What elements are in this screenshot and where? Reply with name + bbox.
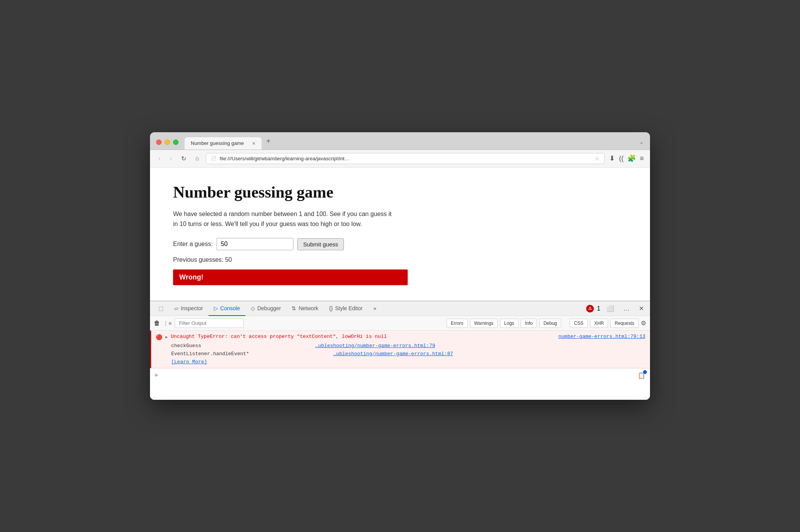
error-location-link[interactable]: number-game-errors.html:79:13 <box>558 334 645 339</box>
warnings-filter-button[interactable]: Warnings <box>470 319 498 328</box>
devtools-right-actions: ⚠ 1 ⬜ … ✕ <box>586 303 647 314</box>
devtools-tab-more[interactable]: » <box>368 301 382 316</box>
style-editor-label: Style Editor <box>335 305 363 311</box>
errors-filter-button[interactable]: Errors <box>447 319 468 328</box>
console-toolbar: 🗑 ⋮≡ Errors Warnings Logs Info Debug CSS… <box>150 316 650 331</box>
nav-right-actions: ⬇ (( 🧩 ≡ <box>609 154 644 163</box>
error-header: 🔴 ▶ Uncaught TypeError: can't access pro… <box>156 334 645 341</box>
stack-func-0: checkGuess <box>171 343 201 349</box>
guess-label: Enter a guess: <box>173 241 213 248</box>
devtools-close-button[interactable]: ✕ <box>636 303 647 314</box>
inspector-label: Inspector <box>181 305 203 311</box>
new-tab-button[interactable]: + <box>265 137 271 150</box>
network-icon: ⇅ <box>292 305 296 311</box>
console-sidebar-toggle[interactable]: 📋 <box>638 372 645 379</box>
page-content: Number guessing game We have selected a … <box>150 168 650 301</box>
refresh-button[interactable]: ↻ <box>179 153 188 164</box>
tab-title: Number guessing game <box>191 140 244 146</box>
console-badge <box>643 370 647 374</box>
devtools-more-button[interactable]: … <box>620 304 633 314</box>
guess-form: Enter a guess: Submit guess <box>173 238 627 250</box>
responsive-design-button[interactable]: ⬜ <box>603 303 617 314</box>
wrong-banner: Wrong! <box>173 269 408 285</box>
devtools-tab-style-editor[interactable]: {} Style Editor <box>324 301 368 316</box>
filter-input[interactable] <box>175 318 244 328</box>
error-message-text: Uncaught TypeError: can't access propert… <box>171 334 555 339</box>
console-label: Console <box>220 305 240 311</box>
xhr-filter-button[interactable]: XHR <box>590 319 608 328</box>
console-filter-buttons: Errors Warnings Logs Info Debug CSS XHR … <box>447 319 646 328</box>
devtools-tab-console[interactable]: ▷ Console <box>208 301 245 316</box>
logs-filter-button[interactable]: Logs <box>500 319 518 328</box>
settings-gear-icon[interactable]: ⚙ <box>641 319 646 327</box>
console-output: 🔴 ▶ Uncaught TypeError: can't access pro… <box>150 331 650 400</box>
debugger-icon: ◇ <box>251 305 255 311</box>
title-bar: Number guessing game × + ⌄ <box>150 132 650 150</box>
console-error-entry: 🔴 ▶ Uncaught TypeError: can't access pro… <box>150 331 650 368</box>
game-description: We have selected a random number between… <box>173 209 396 229</box>
page-title: Number guessing game <box>173 183 627 201</box>
stack-func-1: EventListener.handleEvent* <box>171 351 249 357</box>
tab-close-button[interactable]: × <box>252 140 255 146</box>
close-traffic-light[interactable] <box>156 140 162 145</box>
requests-filter-button[interactable]: Requests <box>610 319 638 328</box>
devtools-panel: ⬚ ▱ Inspector ▷ Console ◇ Debugger ⇅ Net… <box>150 301 650 400</box>
expand-arrow-icon[interactable]: ▶ <box>165 335 168 339</box>
selector-icon: ⬚ <box>158 305 163 311</box>
learn-more-link[interactable]: [Learn More] <box>171 359 645 365</box>
devtools-tab-network[interactable]: ⇅ Network <box>286 301 323 316</box>
stack-frame-1: EventListener.handleEvent* …ubleshooting… <box>171 350 645 358</box>
console-input-row: » 📋 <box>150 368 650 382</box>
submit-guess-button[interactable]: Submit guess <box>297 238 344 250</box>
traffic-lights <box>156 140 178 150</box>
address-lock-icon: 📄 <box>211 156 217 161</box>
stack-location-0[interactable]: …ubleshooting/number-game-errors.html:79 <box>315 343 435 349</box>
console-prompt-icon: » <box>155 372 158 378</box>
error-stack-trace: checkGuess …ubleshooting/number-game-err… <box>171 342 645 358</box>
rss-icon[interactable]: (( <box>619 155 623 163</box>
devtools-tab-inspector[interactable]: ▱ Inspector <box>169 301 208 316</box>
info-filter-button[interactable]: Info <box>521 319 537 328</box>
bookmark-icon[interactable]: ☆ <box>595 156 600 161</box>
network-label: Network <box>298 305 318 311</box>
tab-dropdown-button[interactable]: ⌄ <box>639 139 644 150</box>
nav-bar: ‹ › ↻ ⌂ 📄 file:///Users/will/git/wbamber… <box>150 150 650 168</box>
address-text: file:///Users/will/git/wbamberg/learning… <box>220 156 592 161</box>
menu-icon[interactable]: ≡ <box>640 155 644 163</box>
debugger-label: Debugger <box>257 305 281 311</box>
error-icon-circle: ⚠ <box>588 306 592 311</box>
home-button[interactable]: ⌂ <box>193 153 202 163</box>
download-icon[interactable]: ⬇ <box>609 154 615 163</box>
debug-filter-button[interactable]: Debug <box>539 319 561 328</box>
style-editor-icon: {} <box>329 305 333 311</box>
maximize-traffic-light[interactable] <box>173 140 178 145</box>
devtools-tab-debugger[interactable]: ◇ Debugger <box>245 301 287 316</box>
filter-icon: ⋮≡ <box>163 320 172 326</box>
error-warning-icon: 🔴 <box>156 334 162 341</box>
css-filter-button[interactable]: CSS <box>570 319 588 328</box>
devtools-tab-selector[interactable]: ⬚ <box>153 301 169 316</box>
minimize-traffic-light[interactable] <box>165 140 170 145</box>
active-tab[interactable]: Number guessing game × <box>185 137 262 150</box>
more-tabs-icon: » <box>373 305 377 311</box>
devtools-toolbar: ⬚ ▱ Inspector ▷ Console ◇ Debugger ⇅ Net… <box>150 301 650 316</box>
guess-input[interactable] <box>217 238 293 250</box>
extensions-icon[interactable]: 🧩 <box>627 154 636 163</box>
console-icon: ▷ <box>214 305 218 311</box>
console-input[interactable] <box>161 372 635 378</box>
stack-frame-0: checkGuess …ubleshooting/number-game-err… <box>171 342 645 350</box>
trash-icon[interactable]: 🗑 <box>154 320 160 327</box>
inspector-icon: ▱ <box>174 305 178 311</box>
error-count: 1 <box>597 305 600 312</box>
forward-button[interactable]: › <box>167 153 174 163</box>
back-button[interactable]: ‹ <box>156 153 163 163</box>
browser-window: Number guessing game × + ⌄ ‹ › ↻ ⌂ 📄 fil… <box>150 132 650 400</box>
previous-guesses: Previous guesses: 50 <box>173 256 627 263</box>
address-bar[interactable]: 📄 file:///Users/will/git/wbamberg/learni… <box>206 153 605 164</box>
stack-location-1[interactable]: …ubleshooting/number-game-errors.html:87 <box>333 351 453 357</box>
error-badge: ⚠ <box>586 305 594 313</box>
